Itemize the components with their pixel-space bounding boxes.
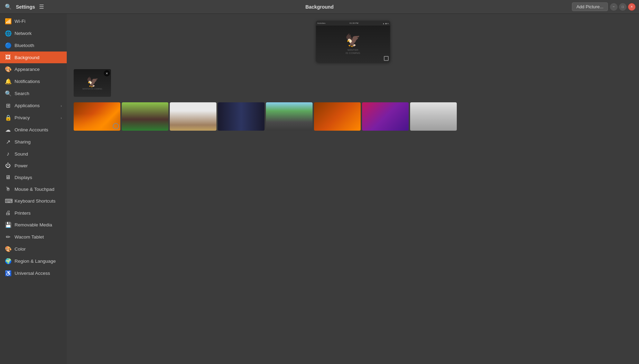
- sidebar-item-removable[interactable]: 💾Removable Media: [0, 219, 67, 231]
- selected-thumbnail[interactable]: 🦅 WINTER IS COMING ×: [74, 69, 111, 97]
- sidebar-label-removable: Removable Media: [15, 222, 52, 227]
- close-button[interactable]: ×: [628, 3, 636, 11]
- wallpaper-grid: [74, 102, 632, 131]
- window-controls: − □ ×: [610, 3, 636, 11]
- sidebar-label-applications: Applications: [15, 103, 40, 108]
- sidebar-label-background: Background: [15, 55, 39, 60]
- applications-chevron-icon: ›: [61, 104, 62, 108]
- sidebar-item-notifications[interactable]: 🔔Notifications: [0, 75, 67, 87]
- sidebar-label-region: Region & Language: [15, 259, 56, 264]
- region-icon: 🌍: [5, 258, 11, 264]
- sidebar-item-network[interactable]: 🌐Network: [0, 27, 67, 39]
- sidebar-label-bluetooth: Bluetooth: [15, 43, 34, 48]
- sidebar-item-displays[interactable]: 🖥Displays: [0, 171, 67, 183]
- sidebar-label-sound: Sound: [15, 151, 28, 157]
- preview-content: 🦅 WINTERIS COMING: [316, 21, 390, 62]
- wallpaper-gray[interactable]: [410, 102, 457, 131]
- wallpaper-orange-flame[interactable]: [74, 102, 120, 131]
- displays-icon: 🖥: [5, 174, 11, 180]
- sidebar-label-wacom: Wacom Tablet: [15, 234, 44, 240]
- search-button[interactable]: 🔍: [3, 2, 13, 11]
- thumb-winter-text: WINTER IS COMING: [82, 88, 102, 90]
- sidebar-label-search: Search: [15, 91, 29, 96]
- notifications-icon: 🔔: [5, 78, 11, 85]
- power-icon: ⏻: [5, 162, 11, 169]
- title-bar-right: Add Picture... − □ ×: [572, 2, 636, 11]
- maximize-button[interactable]: □: [619, 3, 627, 11]
- sidebar-item-background[interactable]: 🖼Background: [0, 52, 67, 63]
- wallpaper-dark-corridor[interactable]: [218, 102, 265, 131]
- removable-icon: 💾: [5, 222, 11, 228]
- sidebar-item-printers[interactable]: 🖨Printers: [0, 207, 67, 219]
- sidebar-label-appearance: Appearance: [15, 67, 40, 72]
- sidebar-label-keyboard: Keyboard Shortcuts: [15, 198, 56, 204]
- remove-thumbnail-button[interactable]: ×: [104, 70, 110, 76]
- wallpaper-purple[interactable]: [362, 102, 409, 131]
- preview-checkbox: [384, 56, 389, 61]
- wolf-icon: 🦅: [345, 33, 361, 48]
- sidebar-item-applications[interactable]: ⊞Applications›: [0, 100, 67, 112]
- background-icon: 🖼: [5, 54, 11, 60]
- sidebar-label-network: Network: [15, 31, 32, 36]
- wallpaper-bridge[interactable]: [266, 102, 313, 131]
- sidebar-item-universal[interactable]: ♿Universal Access: [0, 267, 67, 279]
- sidebar: 📶Wi-Fi🌐Network🔵Bluetooth🖼Background🎨Appe…: [0, 14, 67, 364]
- app-title: Settings: [16, 4, 35, 10]
- sidebar-label-displays: Displays: [15, 175, 32, 180]
- sidebar-label-universal: Universal Access: [15, 271, 50, 276]
- sharing-icon: ↗: [5, 139, 11, 145]
- preview-area: Activities 01:39 PM ▲ ◆ ♦ 🦅 WINTERIS COM…: [74, 21, 632, 62]
- search-icon: 🔍: [5, 90, 11, 97]
- printers-icon: 🖨: [5, 210, 11, 216]
- network-icon: 🌐: [5, 30, 11, 37]
- selected-indicator: [113, 123, 119, 129]
- sidebar-label-color: Color: [15, 246, 26, 252]
- sidebar-item-mouse[interactable]: 🖱Mouse & Touchpad: [0, 183, 67, 195]
- sidebar-label-sharing: Sharing: [15, 139, 31, 144]
- sidebar-label-printers: Printers: [15, 211, 31, 216]
- appearance-icon: 🎨: [5, 66, 11, 73]
- sidebar-label-power: Power: [15, 163, 28, 168]
- sidebar-item-privacy[interactable]: 🔒Privacy›: [0, 112, 67, 124]
- page-title: Background: [305, 4, 334, 10]
- sidebar-item-bluetooth[interactable]: 🔵Bluetooth: [0, 39, 67, 52]
- minimize-button[interactable]: −: [610, 3, 618, 11]
- sidebar-label-online-accounts: Online Accounts: [15, 127, 48, 132]
- content-area: Activities 01:39 PM ▲ ◆ ♦ 🦅 WINTERIS COM…: [67, 14, 639, 364]
- privacy-icon: 🔒: [5, 114, 11, 121]
- selected-thumbnails-row: 🦅 WINTER IS COMING ×: [74, 69, 632, 97]
- wallpaper-forest[interactable]: [122, 102, 168, 131]
- title-bar: 🔍 Settings ☰ Background Add Picture... −…: [0, 0, 639, 14]
- preview-inner: Activities 01:39 PM ▲ ◆ ♦ 🦅 WINTERIS COM…: [316, 21, 390, 62]
- menu-button[interactable]: ☰: [38, 2, 45, 11]
- sidebar-item-search[interactable]: 🔍Search: [0, 87, 67, 100]
- sidebar-item-wacom[interactable]: ✏Wacom Tablet: [0, 231, 67, 243]
- sidebar-label-privacy: Privacy: [15, 115, 30, 120]
- bluetooth-icon: 🔵: [5, 42, 11, 49]
- sidebar-item-online-accounts[interactable]: ☁Online Accounts: [0, 124, 67, 136]
- wallpaper-preview[interactable]: Activities 01:39 PM ▲ ◆ ♦ 🦅 WINTERIS COM…: [316, 21, 390, 62]
- add-picture-button[interactable]: Add Picture...: [572, 2, 608, 11]
- main-layout: 📶Wi-Fi🌐Network🔵Bluetooth🖼Background🎨Appe…: [0, 14, 639, 364]
- sidebar-label-mouse: Mouse & Touchpad: [15, 187, 54, 192]
- wacom-icon: ✏: [5, 234, 11, 240]
- color-icon: 🎨: [5, 246, 11, 252]
- privacy-chevron-icon: ›: [61, 116, 62, 120]
- applications-icon: ⊞: [5, 102, 11, 109]
- sidebar-item-power[interactable]: ⏻Power: [0, 160, 67, 171]
- sidebar-item-wifi[interactable]: 📶Wi-Fi: [0, 15, 67, 27]
- sidebar-item-color[interactable]: 🎨Color: [0, 243, 67, 255]
- sidebar-item-region[interactable]: 🌍Region & Language: [0, 255, 67, 267]
- sidebar-label-wifi: Wi-Fi: [15, 19, 25, 24]
- sidebar-item-sharing[interactable]: ↗Sharing: [0, 136, 67, 148]
- sidebar-item-sound[interactable]: ♪Sound: [0, 148, 67, 160]
- thumb-wolf-icon: 🦅: [82, 76, 102, 88]
- sidebar-item-keyboard[interactable]: ⌨Keyboard Shortcuts: [0, 195, 67, 207]
- sidebar-label-notifications: Notifications: [15, 79, 40, 84]
- wallpaper-orange2[interactable]: [314, 102, 361, 131]
- title-bar-left: 🔍 Settings ☰: [3, 2, 45, 11]
- preview-topbar: Activities 01:39 PM ▲ ◆ ♦: [316, 21, 390, 26]
- sidebar-item-appearance[interactable]: 🎨Appearance: [0, 63, 67, 75]
- mouse-icon: 🖱: [5, 186, 11, 192]
- wallpaper-floor-coin[interactable]: [170, 102, 216, 131]
